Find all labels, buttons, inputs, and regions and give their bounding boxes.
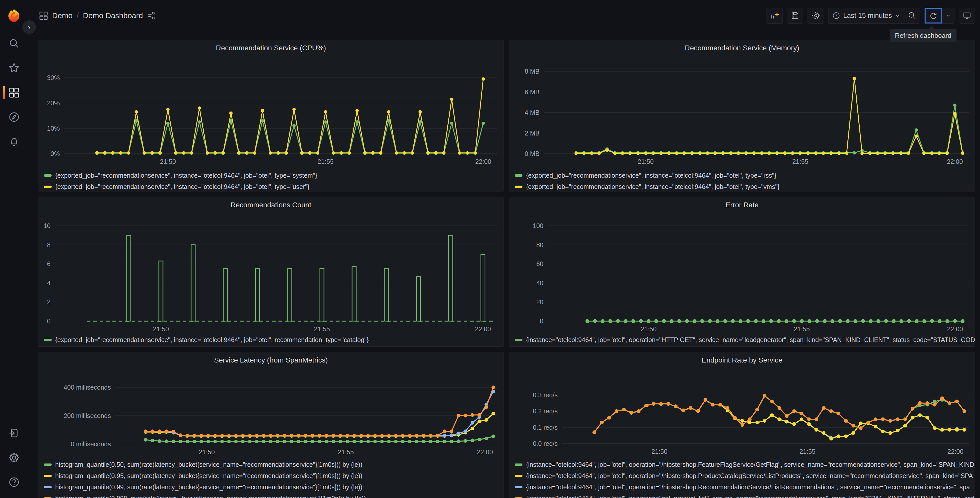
svg-text:21:55: 21:55	[799, 448, 816, 455]
star-icon	[8, 62, 20, 73]
sidebar-item-starred[interactable]	[0, 56, 28, 80]
legend: {instance="otelcol:9464", job="otel", op…	[509, 457, 975, 498]
legend-label: histogram_quantile(0.95, sum(rate(latenc…	[55, 472, 362, 480]
legend-item[interactable]: {instance="otelcol:9464", job="otel", op…	[515, 459, 975, 470]
legend-label: {instance="otelcol:9464", job="otel", op…	[526, 461, 975, 468]
svg-text:8: 8	[47, 241, 51, 249]
panel-service-latency: Service Latency (from SpanMetrics) 0 mil…	[38, 352, 504, 498]
kiosk-mode-button[interactable]	[959, 8, 975, 24]
svg-text:22:00: 22:00	[947, 326, 963, 333]
legend-item[interactable]: histogram_quantile(0.95, sum(rate(latenc…	[44, 470, 504, 481]
sidebar	[0, 0, 28, 498]
panel-cpu: Recommendation Service (CPU%) 0%10%20%30…	[38, 40, 504, 192]
legend-item[interactable]: {instance="otelcol:9464", job="otel", op…	[515, 493, 975, 498]
save-dashboard-button[interactable]	[787, 8, 803, 24]
panel-title[interactable]: Error Rate	[509, 197, 975, 213]
legend-swatch	[44, 486, 52, 488]
sidebar-expand-button[interactable]: ›	[22, 21, 36, 34]
legend-item[interactable]: {instance="otelcol:9464", job="otel", op…	[515, 470, 975, 481]
legend-item[interactable]: histogram_quantile(0.99, sum(rate(latenc…	[44, 481, 504, 493]
svg-text:0.3 req/s: 0.3 req/s	[533, 391, 558, 399]
time-range-label: Last 15 minutes	[843, 12, 892, 20]
timeseries-chart-endpoint-rate[interactable]: 0.0 req/s0.1 req/s0.2 req/s0.3 req/s21:5…	[509, 369, 975, 457]
dashboard-grid: Recommendation Service (CPU%) 0%10%20%30…	[38, 40, 975, 498]
panel-title[interactable]: Recommendation Service (Memory)	[509, 40, 975, 56]
legend-swatch	[44, 463, 52, 466]
zoom-out-time-button[interactable]	[904, 8, 920, 24]
sidebar-item-alerting[interactable]	[0, 129, 28, 154]
panel-title[interactable]: Recommendation Service (CPU%)	[38, 40, 504, 56]
refresh-icon	[929, 11, 937, 20]
panel-title[interactable]: Service Latency (from SpanMetrics)	[38, 352, 504, 369]
legend-item[interactable]: histogram_quantile(0.999, sum(rate(laten…	[44, 493, 504, 498]
svg-text:8 MB: 8 MB	[525, 68, 539, 75]
legend-item[interactable]: histogram_quantile(0.50, sum(rate(latenc…	[44, 459, 504, 470]
svg-text:40: 40	[536, 279, 543, 287]
navbar: Demo / Demo Dashboard	[28, 0, 980, 31]
timeseries-chart-error-rate[interactable]: 02040608010021:5021:5522:00	[509, 213, 975, 333]
legend-item[interactable]: {exported_job="recommendationservice", i…	[44, 170, 504, 181]
zoom-out-icon	[908, 11, 916, 20]
add-panel-button[interactable]	[766, 8, 783, 24]
compass-icon	[8, 112, 20, 123]
breadcrumb-dashboard-title[interactable]: Demo Dashboard	[83, 11, 143, 20]
svg-text:6: 6	[47, 260, 51, 267]
legend-item[interactable]: {instance="otelcol:9464", job="otel", op…	[515, 481, 975, 493]
legend: {exported_job="recommendationservice", i…	[38, 168, 504, 192]
legend-swatch	[44, 497, 52, 498]
legend-item[interactable]: {exported_job="recommendationservice", i…	[515, 170, 975, 181]
sidebar-item-help[interactable]	[0, 470, 28, 495]
legend: {exported_job="recommendationservice", i…	[38, 333, 504, 345]
svg-text:30%: 30%	[47, 74, 60, 81]
chevron-down-icon	[945, 13, 951, 18]
svg-text:21:50: 21:50	[153, 326, 169, 333]
timeseries-chart-memory[interactable]: 0 MB2 MB4 MB6 MB8 MB21:5021:5522:00	[509, 56, 975, 168]
dashboards-grid-icon[interactable]	[39, 11, 48, 20]
legend-swatch	[44, 339, 52, 341]
svg-text:21:50: 21:50	[651, 448, 668, 455]
active-indicator	[3, 86, 5, 99]
legend-item[interactable]: {exported_job="recommendationservice", i…	[44, 334, 504, 345]
legend-label: {instance="otelcol:9464", job="otel", op…	[526, 495, 975, 498]
panel-title[interactable]: Recommendations Count	[38, 197, 504, 213]
timeseries-chart-latency[interactable]: 0 milliseconds200 milliseconds400 millis…	[38, 369, 504, 457]
legend-swatch	[515, 463, 522, 466]
refresh-interval-dropdown[interactable]	[942, 8, 955, 24]
sidebar-item-sign-in[interactable]	[0, 421, 28, 445]
svg-text:21:55: 21:55	[318, 158, 334, 165]
sidebar-item-dashboards[interactable]	[0, 80, 28, 105]
legend-item[interactable]: {exported_job="recommendationservice", i…	[515, 181, 975, 192]
sidebar-item-configuration[interactable]	[0, 445, 28, 470]
grafana-flame-icon	[7, 8, 21, 23]
legend-label: {exported_job="recommendationservice", i…	[55, 183, 309, 190]
refresh-dashboard-button[interactable]	[924, 8, 942, 24]
dashboard-settings-button[interactable]	[808, 8, 824, 24]
sidebar-item-explore[interactable]	[0, 105, 28, 129]
grafana-logo[interactable]	[7, 0, 21, 31]
panel-endpoint-rate: Endpoint Rate by Service 0.0 req/s0.1 re…	[509, 352, 975, 498]
toolbar: Last 15 minutes	[766, 8, 975, 24]
share-icon[interactable]	[147, 11, 155, 20]
svg-text:0 MB: 0 MB	[525, 150, 539, 157]
svg-text:400 milliseconds: 400 milliseconds	[64, 384, 111, 391]
time-range-picker[interactable]: Last 15 minutes	[829, 8, 904, 24]
svg-text:0.2 req/s: 0.2 req/s	[533, 407, 558, 415]
legend-swatch	[44, 174, 52, 177]
legend-label: histogram_quantile(0.999, sum(rate(laten…	[55, 495, 366, 498]
breadcrumb-folder[interactable]: Demo	[52, 11, 73, 20]
timeseries-chart-recommendations[interactable]: 024681021:5021:5522:00	[38, 213, 504, 333]
legend-swatch	[515, 497, 522, 498]
legend-label: {instance="otelcol:9464", job="otel", op…	[526, 472, 973, 480]
svg-text:2: 2	[47, 298, 51, 305]
timeseries-chart-cpu[interactable]: 0%10%20%30%21:5021:5522:00	[38, 56, 504, 168]
panel-error-rate: Error Rate 02040608010021:5021:5522:00 {…	[509, 196, 975, 346]
panel-title[interactable]: Endpoint Rate by Service	[509, 352, 975, 369]
legend-item[interactable]: {exported_job="recommendationservice", i…	[44, 181, 504, 192]
sidebar-item-search[interactable]	[0, 31, 28, 56]
svg-text:22:00: 22:00	[475, 158, 491, 165]
svg-text:21:50: 21:50	[199, 449, 215, 456]
panel-recommendations-count: Recommendations Count 024681021:5021:552…	[38, 196, 504, 346]
svg-text:20: 20	[536, 298, 543, 305]
svg-text:10: 10	[43, 222, 51, 229]
legend-item[interactable]: {instance="otelcol:9464", job="otel", op…	[515, 334, 975, 345]
